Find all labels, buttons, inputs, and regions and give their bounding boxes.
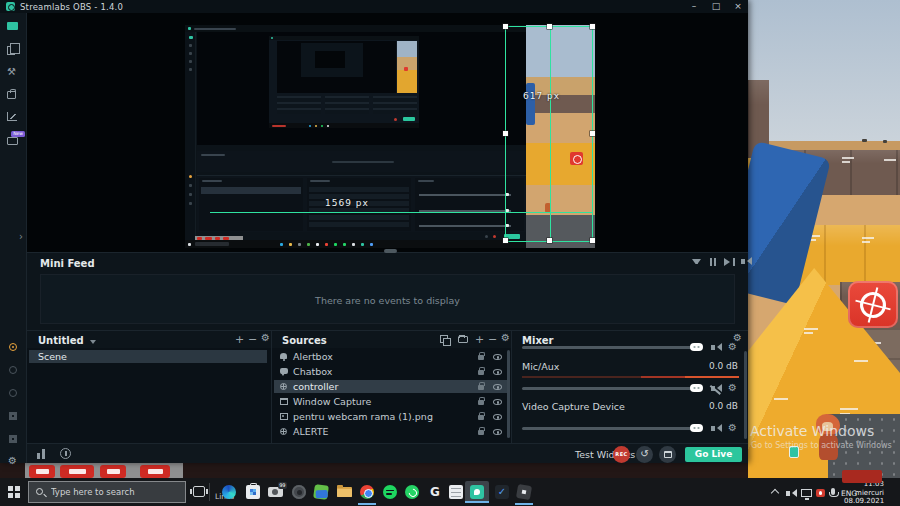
selection-handle[interactable]: [590, 131, 595, 136]
taskbar-clock[interactable]: 11:03 miercuri 08.09.2021: [844, 480, 884, 506]
lock-icon[interactable]: [478, 400, 484, 405]
replay-buffer-button[interactable]: [636, 446, 653, 463]
skip-icon[interactable]: [724, 258, 734, 266]
selection-handle[interactable]: [590, 238, 595, 243]
speaker-muted-icon[interactable]: [711, 386, 715, 391]
source-row-selected[interactable]: controller: [274, 380, 507, 393]
store-icon[interactable]: [7, 91, 16, 99]
speaker-icon[interactable]: [711, 345, 715, 350]
info-icon[interactable]: [60, 448, 71, 459]
selection-handle[interactable]: [503, 24, 508, 29]
eye-icon[interactable]: [493, 414, 502, 420]
shutter-app-icon[interactable]: [292, 485, 306, 499]
whatsapp-icon[interactable]: [405, 485, 419, 499]
volume-handle[interactable]: [690, 424, 703, 432]
lock-icon[interactable]: [478, 415, 484, 420]
speaker-icon[interactable]: [741, 259, 745, 264]
volume-handle[interactable]: [690, 343, 703, 351]
minimize-button[interactable]: –: [686, 1, 702, 12]
add-source-icon[interactable]: [475, 333, 484, 347]
channel-settings-icon[interactable]: [728, 423, 737, 433]
selection-handle[interactable]: [547, 238, 552, 243]
volume-track[interactable]: [522, 387, 698, 390]
editor-icon[interactable]: [7, 22, 18, 30]
record-button[interactable]: REC: [613, 446, 630, 463]
go-live-button[interactable]: Go Live: [685, 447, 742, 462]
source-row[interactable]: Chatbox: [274, 365, 507, 378]
source-row[interactable]: Alertbox: [274, 350, 507, 363]
volume-handle[interactable]: [690, 384, 703, 392]
g-app-icon[interactable]: G: [428, 485, 442, 499]
task-view-icon[interactable]: [193, 486, 205, 497]
taskbar-search-box[interactable]: [28, 481, 186, 503]
tools-icon[interactable]: ⚒: [7, 67, 20, 78]
check-app-icon[interactable]: [495, 485, 509, 499]
camera-app-icon[interactable]: 99: [268, 487, 283, 497]
lock-icon[interactable]: [478, 370, 484, 375]
preview-canvas[interactable]: 1569 px 617 px: [27, 13, 748, 253]
source-settings-icon[interactable]: [501, 333, 510, 343]
dashboard-icon[interactable]: [7, 112, 17, 121]
scene-list-item[interactable]: Scene: [29, 350, 267, 363]
pause-icon[interactable]: [710, 258, 716, 266]
microsoft-store-icon[interactable]: [246, 485, 260, 499]
eye-icon[interactable]: [493, 399, 502, 405]
volume-track[interactable]: [522, 427, 698, 430]
tray-expand-chevron[interactable]: [771, 489, 779, 497]
source-selection-box[interactable]: [505, 26, 593, 242]
schedule-button[interactable]: [659, 446, 676, 463]
streamlabs-obs-taskbar-icon[interactable]: [470, 485, 484, 499]
channel-settings-icon[interactable]: [728, 342, 737, 352]
remove-source-icon[interactable]: [488, 333, 497, 347]
eye-icon[interactable]: [493, 429, 502, 435]
themes-icon[interactable]: [7, 46, 15, 55]
remove-scene-icon[interactable]: [248, 333, 257, 347]
spotify-icon[interactable]: [383, 485, 397, 499]
copy-source-icon[interactable]: [440, 335, 448, 343]
taskbar-search-input[interactable]: [51, 484, 179, 500]
tray-network-icon[interactable]: [801, 489, 812, 497]
selection-handle[interactable]: [503, 131, 508, 136]
roblox-icon[interactable]: [516, 484, 532, 500]
speaker-icon[interactable]: [711, 426, 715, 431]
selection-handle[interactable]: [547, 24, 552, 29]
chrome-icon[interactable]: [360, 485, 374, 499]
notes-app-icon[interactable]: [449, 485, 463, 499]
add-group-icon[interactable]: [458, 336, 468, 343]
start-button[interactable]: [8, 486, 20, 498]
eye-icon[interactable]: [493, 354, 502, 360]
source-row[interactable]: Window Capture: [274, 395, 507, 408]
sidebar-circle-icon-2[interactable]: [9, 389, 17, 397]
tray-microphone-icon[interactable]: [831, 488, 835, 495]
volume-track[interactable]: [522, 346, 698, 349]
lock-icon[interactable]: [478, 355, 484, 360]
stats-icon[interactable]: [37, 449, 49, 459]
eye-icon[interactable]: [493, 384, 502, 390]
scene-settings-icon[interactable]: [261, 333, 270, 343]
selection-handle[interactable]: [503, 238, 508, 243]
eye-icon[interactable]: [493, 369, 502, 375]
sidebar-night-mode-icon[interactable]: [9, 343, 17, 351]
sidebar-grid-icon-2[interactable]: [9, 435, 17, 443]
sources-scrollbar[interactable]: [507, 350, 510, 438]
tray-recording-icon[interactable]: [816, 489, 825, 497]
close-button[interactable]: ×: [730, 1, 746, 12]
filter-icon[interactable]: [692, 259, 701, 264]
sidebar-circle-icon-1[interactable]: [9, 366, 17, 374]
mixer-scrollbar[interactable]: [744, 351, 747, 439]
settings-gear-icon[interactable]: [8, 456, 17, 466]
highlighter-icon[interactable]: New: [7, 137, 18, 145]
lock-icon[interactable]: [478, 385, 484, 390]
sidebar-grid-icon-1[interactable]: [9, 412, 17, 420]
game-crosshair-button[interactable]: [848, 281, 898, 328]
lock-icon[interactable]: [478, 430, 484, 435]
bluestacks-icon[interactable]: [313, 484, 329, 500]
source-row[interactable]: ALERTE: [274, 425, 507, 438]
add-scene-icon[interactable]: [235, 333, 244, 347]
sidebar-expand-chevron[interactable]: ›: [19, 231, 23, 242]
maximize-button[interactable]: □: [708, 1, 724, 12]
selection-handle[interactable]: [590, 24, 595, 29]
edge-icon[interactable]: [222, 485, 236, 499]
file-explorer-icon[interactable]: [337, 487, 352, 497]
scene-collection-selector[interactable]: Untitled: [38, 335, 84, 346]
